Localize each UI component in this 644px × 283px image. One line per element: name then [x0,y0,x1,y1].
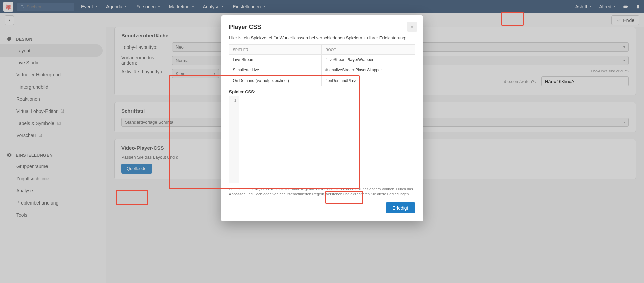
modal-intro: Hier ist ein Spickzettel für Wurzelklass… [229,35,415,40]
close-icon [410,24,415,29]
table-row: On Demand (voraufgezeichnet)#onDemandPla… [229,75,415,86]
css-editor[interactable]: 1 [229,96,415,183]
erledigt-button[interactable]: Erledigt [386,202,415,213]
player-css-modal: Player CSS Hier ist ein Spickzettel für … [221,15,423,221]
modal-table: SPIELER ROOT Live-Stream#liveStreamPlaye… [229,44,415,86]
th-spieler: SPIELER [229,45,322,55]
close-button[interactable] [407,22,417,32]
modal-title: Player CSS [229,24,415,31]
th-root: ROOT [322,45,415,55]
table-row: Simulierte Live#simuliveStreamPlayerWrap… [229,65,415,75]
modal-note: Bitte beachten Sie, dass sich das zugrun… [229,187,415,197]
editor-label: Spieler-CSS: [229,89,415,94]
editor-gutter: 1 [229,96,239,183]
editor-code-area[interactable] [239,96,415,183]
modal-footer: Erledigt [229,202,415,213]
table-row: Live-Stream#liveStreamPlayerWrapper [229,55,415,65]
